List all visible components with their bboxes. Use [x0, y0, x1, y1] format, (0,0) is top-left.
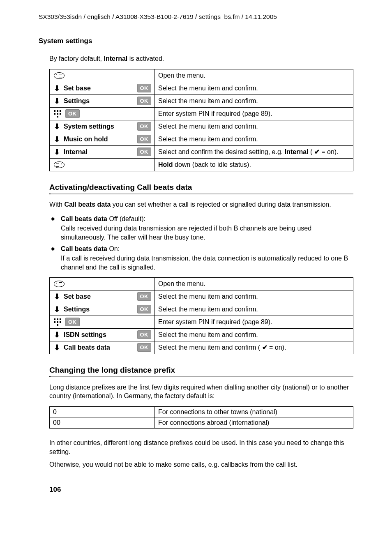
bullet-list: Call beats data Off (default): Calls rec… — [49, 214, 353, 272]
cell-description: For connections to other towns (national… — [155, 406, 353, 417]
table-row: OK Enter system PIN if required (page 89… — [50, 316, 353, 328]
keypad-icon — [54, 110, 61, 118]
table-row: ⬇ Set base OK Select the menu item and c… — [50, 290, 353, 303]
ok-badge: OK — [137, 84, 152, 93]
back-key-icon — [54, 161, 65, 168]
page-number: 106 — [49, 486, 369, 494]
table-row: 0 For connections to other towns (nation… — [50, 406, 353, 417]
text: = on). — [267, 344, 286, 351]
arrow-down-icon: ⬇ — [53, 136, 60, 143]
table-row: ⬇ System settings OK Select the menu ite… — [50, 120, 353, 133]
text: Off (default): — [107, 215, 145, 222]
instruction-table-system-settings: Open the menu. ⬇ Set base OK Select the … — [49, 69, 353, 171]
text-bold: Call beats data — [61, 215, 107, 222]
cell-description: Select the menu item and confirm ( ✔ = o… — [155, 341, 353, 354]
menu-item-label: Settings — [64, 97, 134, 106]
arrow-down-icon: ⬇ — [53, 293, 60, 300]
table-row: 00 For connections abroad (international… — [50, 417, 353, 429]
menu-item-label: Music on hold — [64, 135, 134, 144]
cell-description: Select the menu item and confirm. — [155, 133, 353, 145]
text: On: — [107, 245, 120, 252]
cell-description: Select and confirm the desired setting, … — [155, 145, 353, 158]
ok-badge: OK — [137, 343, 152, 352]
cell-description: Select the menu item and confirm. — [155, 290, 353, 303]
cell-description: Select the menu item and confirm. — [155, 303, 353, 316]
cell-description: Select the menu item and confirm. — [155, 328, 353, 341]
table-row: ⬇ ISDN settings OK Select the menu item … — [50, 328, 353, 341]
check-icon: ✔ — [314, 148, 320, 155]
table-row: ⬇ Music on hold OK Select the menu item … — [50, 133, 353, 145]
text-bold: Internal — [285, 148, 309, 155]
list-item: Call beats data Off (default): Calls rec… — [49, 214, 353, 242]
prefix-table: 0 For connections to other towns (nation… — [49, 406, 353, 429]
list-item: Call beats data On: If a call is receive… — [49, 244, 353, 272]
cell-prefix: 00 — [50, 417, 155, 429]
table-row: Open the menu. — [50, 277, 353, 290]
ok-badge: OK — [65, 109, 80, 118]
ok-badge: OK — [137, 305, 152, 314]
arrow-down-icon: ⬇ — [53, 344, 60, 351]
menu-key-icon — [54, 281, 65, 287]
intro-paragraph: By factory default, Internal is activate… — [49, 54, 353, 63]
cell-description: Select the menu item and confirm. — [155, 82, 353, 94]
instruction-table-call-beats: Open the menu. ⬇ Set base OK Select the … — [49, 277, 353, 354]
text: By factory default, — [49, 55, 104, 62]
list-item-sub: If a call is received during data transm… — [61, 254, 353, 272]
cell-description: Enter system PIN if required (page 89). — [155, 316, 353, 328]
ok-badge: OK — [137, 97, 152, 106]
ok-badge: OK — [137, 122, 152, 131]
section-title: System settings — [39, 37, 369, 45]
text-bold: Call beats data — [64, 201, 111, 208]
arrow-down-icon: ⬇ — [53, 85, 60, 92]
cell-prefix: 0 — [50, 406, 155, 417]
ok-badge: OK — [137, 330, 152, 339]
table-row: Hold down (back to idle status). — [50, 158, 353, 171]
table-row: ⬇ Set base OK Select the menu item and c… — [50, 82, 353, 94]
arrow-down-icon: ⬇ — [53, 148, 60, 156]
arrow-down-icon: ⬇ — [53, 123, 60, 130]
text-bold: Call beats data — [61, 245, 107, 252]
menu-key-icon — [54, 72, 65, 79]
menu-item-label: Settings — [64, 305, 134, 314]
text: Select the menu item and confirm ( — [158, 344, 262, 351]
cell-description: Hold down (back to idle status). — [155, 158, 353, 171]
text: With — [49, 201, 64, 208]
cell-description: For connections abroad (international) — [155, 417, 353, 429]
table-row: ⬇ Call beats data OK Select the menu ite… — [50, 341, 353, 354]
long-distance-p1: In other countries, different long dista… — [49, 438, 353, 456]
heading-rule — [49, 194, 353, 194]
menu-item-label: Set base — [64, 84, 134, 93]
table-row: Open the menu. — [50, 69, 353, 82]
table-row: ⬇ Internal OK Select and confirm the des… — [50, 145, 353, 158]
text: you can set whether a call is rejected o… — [111, 201, 331, 208]
text: = on). — [320, 148, 339, 155]
text: Select and confirm the desired setting, … — [158, 148, 285, 155]
menu-item-label: Call beats data — [64, 343, 134, 352]
ok-badge: OK — [65, 318, 80, 327]
menu-item-label: Set base — [64, 292, 134, 301]
menu-item-label: ISDN settings — [64, 330, 134, 339]
arrow-down-icon: ⬇ — [53, 97, 60, 105]
heading-rule — [49, 376, 353, 377]
text: ( — [309, 148, 314, 155]
long-distance-intro: Long distance prefixes are the first few… — [49, 383, 353, 401]
keypad-icon — [54, 318, 61, 326]
heading-call-beats: Activating/deactivating Call beats data — [49, 183, 369, 192]
cell-description: Select the menu item and confirm. — [155, 120, 353, 133]
call-beats-intro: With Call beats data you can set whether… — [49, 200, 353, 209]
long-distance-p2: Otherwise, you would not be able to make… — [49, 460, 353, 469]
text-bold: Internal — [104, 55, 128, 62]
table-row: ⬇ Settings OK Select the menu item and c… — [50, 303, 353, 316]
header-path: SX303/353isdn / englisch / A31008-X353-B… — [39, 13, 369, 21]
arrow-down-icon: ⬇ — [53, 331, 60, 339]
heading-long-distance: Changing the long distance prefix — [49, 366, 369, 375]
ok-badge: OK — [137, 135, 152, 144]
table-row: OK Enter system PIN if required (page 89… — [50, 107, 353, 120]
ok-badge: OK — [137, 148, 152, 157]
text: is activated. — [127, 55, 164, 62]
menu-item-label: Internal — [64, 148, 134, 157]
table-row: ⬇ Settings OK Select the menu item and c… — [50, 94, 353, 107]
cell-description: Open the menu. — [155, 69, 353, 82]
cell-description: Select the menu item and confirm. — [155, 94, 353, 107]
cell-description: Open the menu. — [155, 277, 353, 290]
